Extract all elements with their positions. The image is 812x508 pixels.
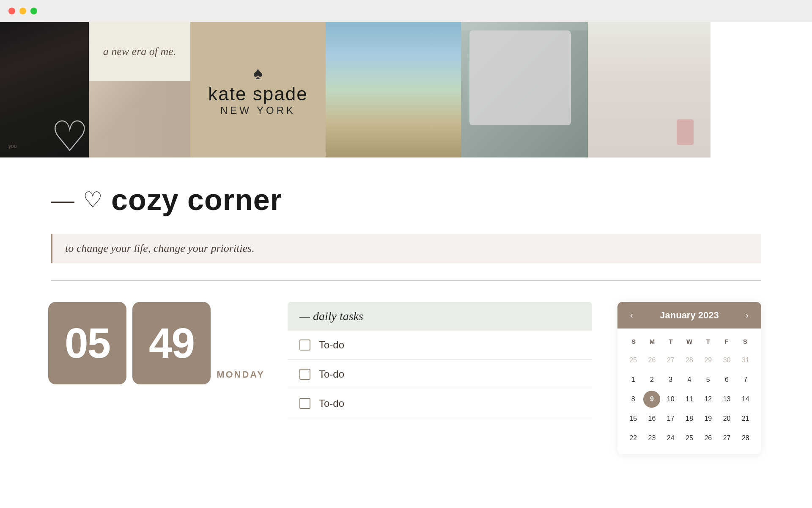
cal-day-19[interactable]: 19 — [700, 410, 716, 427]
calendar-prev-button[interactable]: ‹ — [626, 309, 637, 322]
quote-text: to change your life, change your priorit… — [65, 242, 255, 254]
cal-day-2[interactable]: 2 — [643, 371, 660, 388]
clock-widget: 05 49 MONDAY — [51, 302, 262, 388]
dow-sat: S — [736, 335, 754, 348]
cal-day-14[interactable]: 14 — [737, 391, 754, 408]
titlebar — [0, 0, 812, 22]
brand-subtitle: NEW YORK — [208, 105, 307, 116]
calendar-next-button[interactable]: › — [741, 309, 753, 322]
task-label-1: To-do — [319, 339, 344, 351]
brand-name: kate spade — [208, 83, 307, 105]
hero-panel-brand: ♠ kate spade NEW YORK — [190, 22, 326, 157]
heart-icon: ♡ — [51, 113, 89, 157]
hero-banner: you a new era of me. ♠ kate spade NEW YO… — [0, 22, 812, 157]
clock-minute: 49 — [132, 302, 211, 384]
section-divider — [51, 280, 761, 281]
title-dash: — — [51, 186, 74, 214]
calendar-day-headers: S M T W T F S — [624, 335, 754, 348]
cal-day-26[interactable]: 26 — [700, 430, 716, 447]
cal-day-18[interactable]: 18 — [681, 410, 698, 427]
dow-mon: M — [643, 335, 661, 348]
bottom-section: 05 49 MONDAY — daily tasks To-do To-do T… — [51, 302, 761, 454]
calendar-header: ‹ January 2023 › — [617, 302, 761, 329]
task-item-1: To-do — [288, 331, 592, 360]
task-label-3: To-do — [319, 398, 344, 409]
cal-day-12[interactable]: 12 — [700, 391, 716, 408]
dow-sun: S — [624, 335, 643, 348]
cal-day-28[interactable]: 28 — [737, 430, 754, 447]
spade-icon: ♠ — [208, 63, 307, 83]
task-item-2: To-do — [288, 360, 592, 389]
cal-day-7[interactable]: 7 — [737, 371, 754, 388]
page-title-block: — ♡ cozy corner — [51, 183, 761, 217]
cal-day-3[interactable]: 3 — [662, 371, 679, 388]
maximize-button[interactable] — [30, 8, 37, 14]
cal-day-24[interactable]: 24 — [662, 430, 679, 447]
cal-day-9-today[interactable]: 9 — [643, 391, 660, 408]
quote-block: to change your life, change your priorit… — [51, 234, 761, 263]
cal-day-prev-28[interactable]: 28 — [681, 352, 698, 369]
cal-day-20[interactable]: 20 — [719, 410, 735, 427]
cal-day-6[interactable]: 6 — [719, 371, 735, 388]
cal-day-17[interactable]: 17 — [662, 410, 679, 427]
tasks-header-text: — daily tasks — [299, 309, 363, 323]
task-checkbox-3[interactable] — [299, 398, 310, 409]
minimize-button[interactable] — [19, 8, 26, 14]
cal-day-13[interactable]: 13 — [719, 391, 735, 408]
calendar-grid: 25 26 27 28 29 30 31 1 2 3 4 5 6 7 8 — [624, 351, 754, 447]
cal-day-23[interactable]: 23 — [643, 430, 660, 447]
cal-day-15[interactable]: 15 — [625, 410, 642, 427]
clock-hour: 05 — [48, 302, 126, 384]
calendar-body: S M T W T F S 25 26 27 28 29 30 31 — [617, 329, 761, 454]
tasks-widget: — daily tasks To-do To-do To-do — [288, 302, 592, 418]
main-content: — ♡ cozy corner to change your life, cha… — [0, 157, 812, 480]
dow-tue: T — [661, 335, 680, 348]
close-button[interactable] — [8, 8, 15, 14]
hero-text-card: a new era of me. — [95, 37, 185, 66]
cal-day-prev-31[interactable]: 31 — [737, 352, 754, 369]
task-label-2: To-do — [319, 368, 344, 380]
tasks-header: — daily tasks — [288, 302, 592, 331]
hero-panel-yarn — [89, 81, 190, 157]
task-item-3: To-do — [288, 389, 592, 418]
cal-day-5[interactable]: 5 — [700, 371, 716, 388]
page-title: cozy corner — [111, 183, 282, 217]
calendar-widget: ‹ January 2023 › S M T W T F S 25 26 — [617, 302, 761, 454]
cal-day-22[interactable]: 22 — [625, 430, 642, 447]
cal-day-25[interactable]: 25 — [681, 430, 698, 447]
cal-day-1[interactable]: 1 — [625, 371, 642, 388]
cal-day-16[interactable]: 16 — [643, 410, 660, 427]
cal-day-prev-29[interactable]: 29 — [700, 352, 716, 369]
hero-heart-overlay: ♡ — [51, 115, 89, 157]
cal-day-10[interactable]: 10 — [662, 391, 679, 408]
hero-panel-room — [588, 22, 710, 157]
dow-fri: F — [717, 335, 736, 348]
hero-panel-laptop — [461, 22, 588, 157]
cal-day-prev-26[interactable]: 26 — [643, 352, 660, 369]
clock-day: MONDAY — [217, 369, 265, 384]
cal-day-11[interactable]: 11 — [681, 391, 698, 408]
cal-day-21[interactable]: 21 — [737, 410, 754, 427]
cal-day-prev-30[interactable]: 30 — [719, 352, 735, 369]
dow-wed: W — [680, 335, 699, 348]
task-checkbox-1[interactable] — [299, 340, 310, 351]
cal-day-8[interactable]: 8 — [625, 391, 642, 408]
cal-day-4[interactable]: 4 — [681, 371, 698, 388]
clock-digits: 05 49 MONDAY — [48, 302, 265, 384]
task-checkbox-2[interactable] — [299, 369, 310, 380]
hero-panel-sky — [326, 22, 461, 157]
cal-day-prev-27[interactable]: 27 — [662, 352, 679, 369]
title-heart-icon: ♡ — [83, 187, 103, 213]
cal-day-27[interactable]: 27 — [719, 430, 735, 447]
dow-thu: T — [699, 335, 717, 348]
cal-day-prev-25[interactable]: 25 — [625, 352, 642, 369]
calendar-title: January 2023 — [660, 310, 719, 321]
hero-panel-2: a new era of me. — [89, 22, 190, 81]
